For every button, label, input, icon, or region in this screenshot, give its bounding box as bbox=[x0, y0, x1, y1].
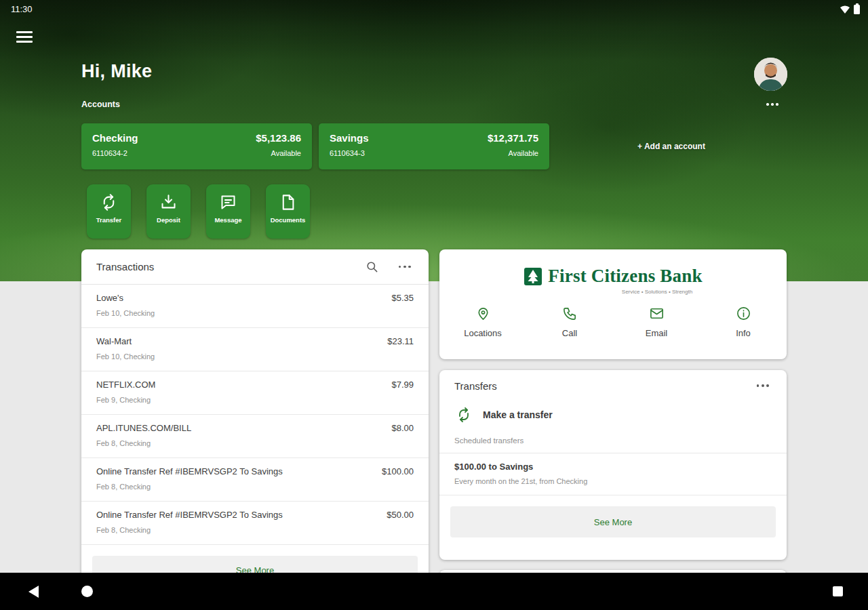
scheduled-transfer-title: $100.00 to Savings bbox=[454, 462, 772, 472]
android-nav-bar bbox=[0, 573, 868, 610]
bank-actions-row: Locations Call Email Info bbox=[439, 306, 787, 338]
battery-icon bbox=[854, 5, 860, 14]
quick-action-label: Transfer bbox=[96, 216, 122, 224]
transaction-row[interactable]: Lowe's $5.35 Feb 10, Checking bbox=[81, 285, 429, 328]
transfers-overflow-menu-icon[interactable] bbox=[754, 382, 772, 390]
info-icon bbox=[736, 306, 751, 321]
phone-icon bbox=[562, 306, 578, 321]
quick-action-label: Documents bbox=[271, 216, 306, 224]
banking-app-screen: 11:30 Hi, Mike Accounts Checking 6110634… bbox=[0, 0, 868, 610]
transaction-amount: $50.00 bbox=[387, 510, 414, 520]
call-button[interactable]: Call bbox=[526, 306, 613, 338]
scheduled-transfer-row[interactable]: $100.00 to Savings Every month on the 21… bbox=[439, 453, 787, 495]
account-balance-status: Available bbox=[256, 149, 301, 157]
transaction-amount: $100.00 bbox=[382, 466, 414, 476]
status-bar-icons bbox=[840, 5, 860, 14]
home-button-icon[interactable] bbox=[81, 586, 93, 597]
bank-name: First Citizens Bank bbox=[548, 266, 702, 287]
transaction-name: NETFLIX.COM bbox=[96, 380, 155, 390]
transaction-detail: Feb 10, Checking bbox=[96, 352, 414, 361]
bank-action-label: Info bbox=[736, 328, 751, 338]
transfer-button[interactable]: Transfer bbox=[87, 184, 131, 239]
transaction-row[interactable]: APL.ITUNES.COM/BILL $8.00 Feb 8, Checkin… bbox=[81, 415, 429, 458]
quick-action-label: Deposit bbox=[157, 216, 180, 224]
account-card-checking[interactable]: Checking 6110634-2 $5,123.86 Available bbox=[81, 123, 312, 169]
message-icon bbox=[219, 193, 237, 211]
transaction-amount: $8.00 bbox=[391, 423, 414, 433]
bank-tagline: Service • Solutions • Strength bbox=[439, 289, 787, 295]
add-account-button[interactable]: + Add an account bbox=[627, 142, 715, 151]
bank-logo: First Citizens Bank bbox=[439, 266, 787, 287]
transfers-title: Transfers bbox=[454, 380, 736, 392]
locations-button[interactable]: Locations bbox=[439, 306, 526, 338]
transaction-name: Online Transfer Ref #IBEMRVSGP2 To Savin… bbox=[96, 466, 283, 476]
bank-info-card: First Citizens Bank Service • Solutions … bbox=[439, 249, 787, 359]
bank-logo-tree-icon bbox=[524, 267, 542, 286]
accounts-section-label: Accounts bbox=[81, 100, 120, 109]
transaction-amount: $7.99 bbox=[391, 380, 414, 390]
back-button-icon[interactable] bbox=[28, 586, 39, 598]
deposit-button[interactable]: Deposit bbox=[146, 184, 191, 239]
scheduled-transfer-detail: Every month on the 21st, from Checking bbox=[454, 477, 772, 485]
deposit-icon bbox=[159, 193, 178, 211]
transaction-detail: Feb 9, Checking bbox=[96, 396, 414, 404]
transactions-title: Transactions bbox=[96, 261, 348, 272]
info-button[interactable]: Info bbox=[700, 306, 787, 338]
greeting-title: Hi, Mike bbox=[81, 61, 152, 82]
transaction-amount: $5.35 bbox=[391, 293, 414, 303]
transfer-icon bbox=[456, 407, 472, 423]
transaction-name: Wal-Mart bbox=[96, 336, 132, 346]
envelope-icon bbox=[649, 306, 665, 321]
transaction-row[interactable]: NETFLIX.COM $7.99 Feb 9, Checking bbox=[81, 371, 429, 415]
account-balance: $5,123.86 bbox=[256, 132, 301, 144]
bank-action-label: Locations bbox=[464, 328, 502, 338]
account-card-savings[interactable]: Savings 6110634-3 $12,371.75 Available bbox=[319, 123, 549, 169]
transfer-icon bbox=[100, 193, 118, 211]
recents-button-icon[interactable] bbox=[833, 586, 843, 596]
transaction-detail: Feb 8, Checking bbox=[96, 439, 414, 447]
avatar[interactable] bbox=[754, 58, 787, 91]
account-number: 6110634-3 bbox=[330, 149, 369, 157]
transactions-overflow-menu-icon[interactable] bbox=[396, 263, 414, 271]
account-balance-status: Available bbox=[488, 149, 538, 157]
quick-action-label: Message bbox=[214, 216, 241, 224]
transaction-row[interactable]: Wal-Mart $23.11 Feb 10, Checking bbox=[81, 328, 429, 371]
email-button[interactable]: Email bbox=[613, 306, 700, 338]
transaction-name: APL.ITUNES.COM/BILL bbox=[96, 423, 191, 433]
transactions-header: Transactions bbox=[81, 249, 429, 285]
documents-icon bbox=[279, 193, 297, 211]
bank-action-label: Email bbox=[646, 328, 668, 338]
transaction-detail: Feb 8, Checking bbox=[96, 483, 414, 491]
transaction-row[interactable]: Online Transfer Ref #IBEMRVSGP2 To Savin… bbox=[81, 502, 429, 545]
transfers-header: Transfers bbox=[439, 370, 787, 401]
transaction-name: Lowe's bbox=[96, 293, 123, 303]
status-bar-time: 11:30 bbox=[11, 4, 33, 14]
search-icon[interactable] bbox=[366, 260, 378, 273]
account-balance: $12,371.75 bbox=[488, 132, 538, 144]
transaction-row[interactable]: Online Transfer Ref #IBEMRVSGP2 To Savin… bbox=[81, 458, 429, 502]
documents-button[interactable]: Documents bbox=[266, 184, 310, 239]
location-pin-icon bbox=[475, 306, 491, 321]
transaction-detail: Feb 10, Checking bbox=[96, 309, 414, 317]
account-number: 6110634-2 bbox=[92, 149, 138, 157]
make-a-transfer-button[interactable]: Make a transfer bbox=[439, 401, 787, 423]
header-overflow-menu-icon[interactable] bbox=[764, 100, 781, 108]
transaction-name: Online Transfer Ref #IBEMRVSGP2 To Savin… bbox=[96, 510, 283, 520]
message-button[interactable]: Message bbox=[206, 184, 250, 239]
transactions-card: Transactions Lowe's $5.35 Feb 10, Checki… bbox=[81, 249, 429, 583]
menu-icon[interactable] bbox=[16, 31, 33, 43]
wifi-icon bbox=[840, 5, 850, 14]
make-a-transfer-label: Make a transfer bbox=[483, 409, 553, 420]
transaction-amount: $23.11 bbox=[387, 336, 414, 346]
scheduled-transfers-label: Scheduled transfers bbox=[439, 423, 787, 453]
transaction-detail: Feb 8, Checking bbox=[96, 526, 414, 534]
transfers-see-more-button[interactable]: See More bbox=[450, 506, 776, 537]
transfers-card: Transfers Make a transfer Scheduled tran… bbox=[439, 370, 787, 560]
account-name: Savings bbox=[330, 132, 369, 144]
bank-action-label: Call bbox=[562, 328, 577, 338]
account-name: Checking bbox=[92, 132, 138, 144]
